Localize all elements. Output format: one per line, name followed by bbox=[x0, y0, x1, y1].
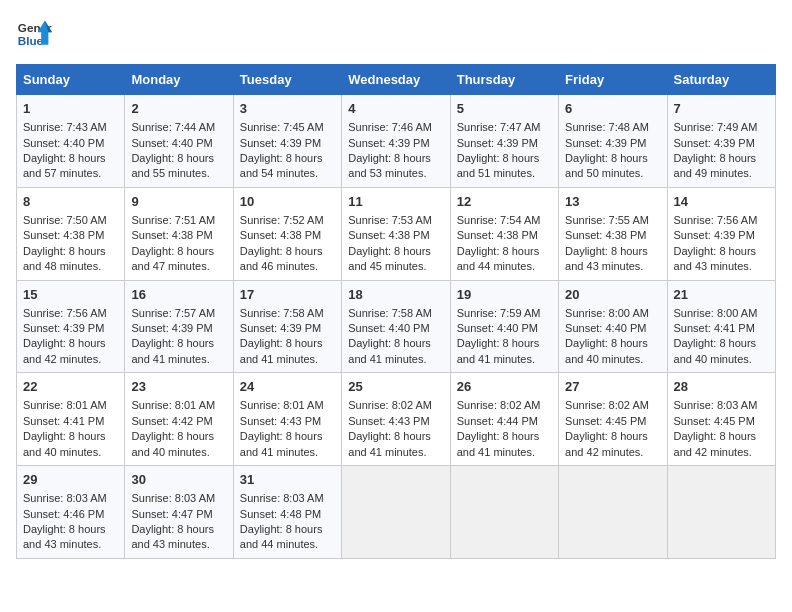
day-number: 23 bbox=[131, 378, 226, 396]
day-number: 7 bbox=[674, 100, 769, 118]
calendar-cell: 30Sunrise: 8:03 AMSunset: 4:47 PMDayligh… bbox=[125, 466, 233, 559]
calendar-cell bbox=[667, 466, 775, 559]
day-number: 20 bbox=[565, 286, 660, 304]
day-number: 27 bbox=[565, 378, 660, 396]
calendar-cell: 24Sunrise: 8:01 AMSunset: 4:43 PMDayligh… bbox=[233, 373, 341, 466]
day-number: 14 bbox=[674, 193, 769, 211]
calendar-cell: 14Sunrise: 7:56 AMSunset: 4:39 PMDayligh… bbox=[667, 187, 775, 280]
day-info: Sunrise: 8:02 AMSunset: 4:43 PMDaylight:… bbox=[348, 399, 432, 457]
day-header-friday: Friday bbox=[559, 65, 667, 95]
calendar-table: SundayMondayTuesdayWednesdayThursdayFrid… bbox=[16, 64, 776, 559]
day-info: Sunrise: 7:54 AMSunset: 4:38 PMDaylight:… bbox=[457, 214, 541, 272]
day-header-sunday: Sunday bbox=[17, 65, 125, 95]
day-info: Sunrise: 7:57 AMSunset: 4:39 PMDaylight:… bbox=[131, 307, 215, 365]
day-info: Sunrise: 8:03 AMSunset: 4:47 PMDaylight:… bbox=[131, 492, 215, 550]
day-info: Sunrise: 8:02 AMSunset: 4:44 PMDaylight:… bbox=[457, 399, 541, 457]
day-info: Sunrise: 8:01 AMSunset: 4:43 PMDaylight:… bbox=[240, 399, 324, 457]
day-info: Sunrise: 7:55 AMSunset: 4:38 PMDaylight:… bbox=[565, 214, 649, 272]
day-number: 18 bbox=[348, 286, 443, 304]
calendar-cell: 11Sunrise: 7:53 AMSunset: 4:38 PMDayligh… bbox=[342, 187, 450, 280]
day-number: 4 bbox=[348, 100, 443, 118]
day-number: 22 bbox=[23, 378, 118, 396]
calendar-cell bbox=[342, 466, 450, 559]
day-number: 31 bbox=[240, 471, 335, 489]
day-number: 9 bbox=[131, 193, 226, 211]
logo-icon: General Blue bbox=[16, 16, 52, 52]
logo: General Blue bbox=[16, 16, 52, 52]
day-info: Sunrise: 7:43 AMSunset: 4:40 PMDaylight:… bbox=[23, 121, 107, 179]
day-info: Sunrise: 8:00 AMSunset: 4:40 PMDaylight:… bbox=[565, 307, 649, 365]
day-info: Sunrise: 7:59 AMSunset: 4:40 PMDaylight:… bbox=[457, 307, 541, 365]
calendar-cell bbox=[559, 466, 667, 559]
svg-text:Blue: Blue bbox=[18, 34, 44, 47]
day-number: 8 bbox=[23, 193, 118, 211]
day-header-wednesday: Wednesday bbox=[342, 65, 450, 95]
day-info: Sunrise: 7:49 AMSunset: 4:39 PMDaylight:… bbox=[674, 121, 758, 179]
calendar-cell: 25Sunrise: 8:02 AMSunset: 4:43 PMDayligh… bbox=[342, 373, 450, 466]
day-header-monday: Monday bbox=[125, 65, 233, 95]
day-info: Sunrise: 7:53 AMSunset: 4:38 PMDaylight:… bbox=[348, 214, 432, 272]
calendar-cell: 27Sunrise: 8:02 AMSunset: 4:45 PMDayligh… bbox=[559, 373, 667, 466]
day-number: 30 bbox=[131, 471, 226, 489]
day-info: Sunrise: 7:50 AMSunset: 4:38 PMDaylight:… bbox=[23, 214, 107, 272]
day-number: 1 bbox=[23, 100, 118, 118]
day-header-saturday: Saturday bbox=[667, 65, 775, 95]
day-info: Sunrise: 8:03 AMSunset: 4:46 PMDaylight:… bbox=[23, 492, 107, 550]
day-info: Sunrise: 7:51 AMSunset: 4:38 PMDaylight:… bbox=[131, 214, 215, 272]
day-info: Sunrise: 8:02 AMSunset: 4:45 PMDaylight:… bbox=[565, 399, 649, 457]
calendar-cell: 12Sunrise: 7:54 AMSunset: 4:38 PMDayligh… bbox=[450, 187, 558, 280]
calendar-cell: 15Sunrise: 7:56 AMSunset: 4:39 PMDayligh… bbox=[17, 280, 125, 373]
calendar-cell: 10Sunrise: 7:52 AMSunset: 4:38 PMDayligh… bbox=[233, 187, 341, 280]
calendar-cell: 23Sunrise: 8:01 AMSunset: 4:42 PMDayligh… bbox=[125, 373, 233, 466]
day-number: 3 bbox=[240, 100, 335, 118]
calendar-cell: 3Sunrise: 7:45 AMSunset: 4:39 PMDaylight… bbox=[233, 95, 341, 188]
calendar-cell bbox=[450, 466, 558, 559]
calendar-cell: 18Sunrise: 7:58 AMSunset: 4:40 PMDayligh… bbox=[342, 280, 450, 373]
calendar-cell: 28Sunrise: 8:03 AMSunset: 4:45 PMDayligh… bbox=[667, 373, 775, 466]
day-number: 21 bbox=[674, 286, 769, 304]
day-number: 15 bbox=[23, 286, 118, 304]
calendar-cell: 8Sunrise: 7:50 AMSunset: 4:38 PMDaylight… bbox=[17, 187, 125, 280]
calendar-cell: 16Sunrise: 7:57 AMSunset: 4:39 PMDayligh… bbox=[125, 280, 233, 373]
day-info: Sunrise: 7:58 AMSunset: 4:40 PMDaylight:… bbox=[348, 307, 432, 365]
day-info: Sunrise: 7:58 AMSunset: 4:39 PMDaylight:… bbox=[240, 307, 324, 365]
day-number: 10 bbox=[240, 193, 335, 211]
day-info: Sunrise: 7:47 AMSunset: 4:39 PMDaylight:… bbox=[457, 121, 541, 179]
day-info: Sunrise: 7:44 AMSunset: 4:40 PMDaylight:… bbox=[131, 121, 215, 179]
day-number: 16 bbox=[131, 286, 226, 304]
calendar-cell: 17Sunrise: 7:58 AMSunset: 4:39 PMDayligh… bbox=[233, 280, 341, 373]
day-info: Sunrise: 7:56 AMSunset: 4:39 PMDaylight:… bbox=[23, 307, 107, 365]
day-info: Sunrise: 7:46 AMSunset: 4:39 PMDaylight:… bbox=[348, 121, 432, 179]
day-info: Sunrise: 7:48 AMSunset: 4:39 PMDaylight:… bbox=[565, 121, 649, 179]
day-header-tuesday: Tuesday bbox=[233, 65, 341, 95]
day-info: Sunrise: 7:45 AMSunset: 4:39 PMDaylight:… bbox=[240, 121, 324, 179]
day-number: 19 bbox=[457, 286, 552, 304]
day-number: 24 bbox=[240, 378, 335, 396]
calendar-cell: 6Sunrise: 7:48 AMSunset: 4:39 PMDaylight… bbox=[559, 95, 667, 188]
day-number: 17 bbox=[240, 286, 335, 304]
day-number: 13 bbox=[565, 193, 660, 211]
day-info: Sunrise: 8:03 AMSunset: 4:45 PMDaylight:… bbox=[674, 399, 758, 457]
day-number: 5 bbox=[457, 100, 552, 118]
calendar-cell: 29Sunrise: 8:03 AMSunset: 4:46 PMDayligh… bbox=[17, 466, 125, 559]
day-number: 29 bbox=[23, 471, 118, 489]
day-info: Sunrise: 8:01 AMSunset: 4:42 PMDaylight:… bbox=[131, 399, 215, 457]
calendar-cell: 19Sunrise: 7:59 AMSunset: 4:40 PMDayligh… bbox=[450, 280, 558, 373]
calendar-cell: 5Sunrise: 7:47 AMSunset: 4:39 PMDaylight… bbox=[450, 95, 558, 188]
day-info: Sunrise: 7:56 AMSunset: 4:39 PMDaylight:… bbox=[674, 214, 758, 272]
calendar-cell: 31Sunrise: 8:03 AMSunset: 4:48 PMDayligh… bbox=[233, 466, 341, 559]
day-info: Sunrise: 8:01 AMSunset: 4:41 PMDaylight:… bbox=[23, 399, 107, 457]
calendar-cell: 2Sunrise: 7:44 AMSunset: 4:40 PMDaylight… bbox=[125, 95, 233, 188]
day-number: 2 bbox=[131, 100, 226, 118]
calendar-cell: 22Sunrise: 8:01 AMSunset: 4:41 PMDayligh… bbox=[17, 373, 125, 466]
day-number: 26 bbox=[457, 378, 552, 396]
calendar-cell: 26Sunrise: 8:02 AMSunset: 4:44 PMDayligh… bbox=[450, 373, 558, 466]
calendar-cell: 20Sunrise: 8:00 AMSunset: 4:40 PMDayligh… bbox=[559, 280, 667, 373]
day-header-thursday: Thursday bbox=[450, 65, 558, 95]
calendar-cell: 7Sunrise: 7:49 AMSunset: 4:39 PMDaylight… bbox=[667, 95, 775, 188]
day-number: 25 bbox=[348, 378, 443, 396]
calendar-cell: 21Sunrise: 8:00 AMSunset: 4:41 PMDayligh… bbox=[667, 280, 775, 373]
day-number: 6 bbox=[565, 100, 660, 118]
calendar-cell: 1Sunrise: 7:43 AMSunset: 4:40 PMDaylight… bbox=[17, 95, 125, 188]
day-info: Sunrise: 7:52 AMSunset: 4:38 PMDaylight:… bbox=[240, 214, 324, 272]
